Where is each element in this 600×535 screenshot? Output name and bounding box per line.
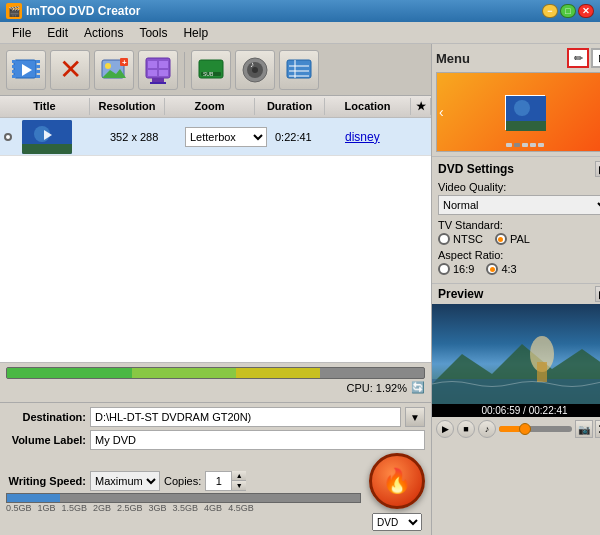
header-duration: Duration xyxy=(255,98,325,115)
progress-thumb[interactable] xyxy=(519,423,531,435)
header-resolution: Resolution xyxy=(90,98,165,115)
burn-button[interactable]: 🔥 xyxy=(369,453,425,509)
menu-thumbnail xyxy=(505,95,545,130)
menu-tools[interactable]: Tools xyxy=(131,24,175,42)
destination-input[interactable] xyxy=(90,407,401,427)
storage-label: 1GB xyxy=(38,503,56,513)
bottom-controls: Destination: ▼ Volume Label: Writing Spe… xyxy=(0,402,431,535)
menu-help[interactable]: Help xyxy=(175,24,216,42)
close-button[interactable]: ✕ xyxy=(578,4,594,18)
16x9-radio[interactable] xyxy=(438,263,450,275)
preview-expand[interactable]: ▶ xyxy=(595,286,600,302)
minimize-button[interactable]: − xyxy=(542,4,558,18)
tv-standard-row: TV Standard: NTSC PAL xyxy=(438,219,600,245)
cpu-icon[interactable]: 🔄 xyxy=(411,381,425,394)
remove-button[interactable]: ✕ xyxy=(50,50,90,90)
snapshot-button[interactable]: 📷 xyxy=(575,420,593,438)
pal-option[interactable]: PAL xyxy=(495,233,530,245)
location-link[interactable]: disney xyxy=(345,130,380,144)
audio-button[interactable]: ♪ xyxy=(235,50,275,90)
progress-bar xyxy=(6,367,425,379)
subtitle-button[interactable]: SUB xyxy=(191,50,231,90)
svg-rect-29 xyxy=(287,60,311,78)
destination-dropdown[interactable]: ▼ xyxy=(405,407,425,427)
header-title: Title xyxy=(0,98,90,115)
progress-seg-3 xyxy=(236,368,319,378)
file-thumbnail xyxy=(22,120,72,154)
fullscreen-button[interactable]: ⛶ xyxy=(595,420,600,438)
copies-label: Copies: xyxy=(164,475,201,487)
row-location[interactable]: disney xyxy=(341,128,411,146)
destination-label: Destination: xyxy=(6,411,86,423)
pal-radio-fill xyxy=(498,237,503,242)
volume-button[interactable]: ♪ xyxy=(478,420,496,438)
progress-fill xyxy=(499,426,521,432)
svg-rect-17 xyxy=(159,61,168,68)
add-video-button[interactable] xyxy=(6,50,46,90)
svg-rect-7 xyxy=(36,65,40,68)
tv-radio-group: NTSC PAL xyxy=(438,233,600,245)
video-quality-select[interactable]: Normal High Low xyxy=(438,195,600,215)
add-image-button[interactable]: + xyxy=(94,50,134,90)
video-quality-row: Video Quality: Normal High Low xyxy=(438,181,600,215)
preview-progress-bar[interactable] xyxy=(499,426,572,432)
pal-radio[interactable] xyxy=(495,233,507,245)
svg-rect-3 xyxy=(12,65,16,68)
svg-rect-18 xyxy=(148,70,157,76)
writing-select[interactable]: Maximum 8x 4x xyxy=(90,471,160,491)
menu-header: Menu ✏ ⊞ xyxy=(436,48,600,68)
copies-down[interactable]: ▼ xyxy=(232,481,246,491)
menu-file[interactable]: File xyxy=(4,24,39,42)
zoom-select[interactable]: Letterbox Pan Scan Full Screen xyxy=(185,127,267,147)
preview-controls: ▶ ■ ♪ 📷 ⛶ xyxy=(432,417,600,441)
copies-input[interactable] xyxy=(206,475,231,487)
progress-seg-2 xyxy=(132,368,236,378)
menu-dot-4 xyxy=(530,143,536,147)
menu-edit[interactable]: Edit xyxy=(39,24,76,42)
header-zoom: Zoom xyxy=(165,98,255,115)
stop-button[interactable]: ■ xyxy=(457,420,475,438)
row-radio xyxy=(4,133,12,141)
preview-video xyxy=(432,304,600,404)
row-title xyxy=(16,116,106,158)
menu-prev-arrow[interactable]: ‹ xyxy=(439,104,444,120)
preview-time: 00:06:59 / 00:22:41 xyxy=(432,404,600,417)
volume-label: Volume Label: xyxy=(6,434,86,446)
menu-preview: ‹ › xyxy=(436,72,600,152)
storage-label: 3GB xyxy=(149,503,167,513)
svg-point-11 xyxy=(105,63,111,69)
menu-grid-button[interactable]: ⊞ xyxy=(591,48,600,68)
table-row[interactable]: 352 x 288 Letterbox Pan Scan Full Screen… xyxy=(0,118,431,156)
4x3-option[interactable]: 4:3 xyxy=(486,263,516,275)
add-menu-button[interactable] xyxy=(138,50,178,90)
row-zoom: Letterbox Pan Scan Full Screen xyxy=(181,125,271,149)
chapter-button[interactable] xyxy=(279,50,319,90)
4x3-radio[interactable] xyxy=(486,263,498,275)
settings-header: DVD Settings ▶ xyxy=(438,161,600,177)
titlebar: 🎬 ImTOO DVD Creator − □ ✕ xyxy=(0,0,600,22)
play-button[interactable]: ▶ xyxy=(436,420,454,438)
maximize-button[interactable]: □ xyxy=(560,4,576,18)
file-list: Title Resolution Zoom Duration Location … xyxy=(0,96,431,362)
right-panel: Menu ✏ ⊞ ‹ › xyxy=(432,44,600,535)
toolbar-separator xyxy=(184,52,185,88)
volume-row: Volume Label: xyxy=(6,430,425,450)
menu-edit-button[interactable]: ✏ xyxy=(567,48,589,68)
left-panel: ✕ + xyxy=(0,44,432,535)
ntsc-option[interactable]: NTSC xyxy=(438,233,483,245)
format-select[interactable]: DVD Blu-ray xyxy=(372,513,422,531)
storage-label: 1.5GB xyxy=(62,503,88,513)
settings-expand[interactable]: ▶ xyxy=(595,161,600,177)
header-star: ★ xyxy=(411,98,431,115)
ntsc-radio[interactable] xyxy=(438,233,450,245)
writing-row: Writing Speed: Maximum 8x 4x Copies: ▲ ▼ xyxy=(6,471,361,491)
row-star xyxy=(411,135,431,139)
preview-svg xyxy=(432,304,600,404)
menu-section: Menu ✏ ⊞ ‹ › xyxy=(432,44,600,156)
volume-input[interactable] xyxy=(90,430,425,450)
menu-actions[interactable]: Actions xyxy=(76,24,131,42)
preview-timecode: 00:06:59 / 00:22:41 xyxy=(481,405,567,416)
16x9-option[interactable]: 16:9 xyxy=(438,263,474,275)
preview-header: Preview ▶ xyxy=(432,284,600,304)
copies-up[interactable]: ▲ xyxy=(232,471,246,481)
